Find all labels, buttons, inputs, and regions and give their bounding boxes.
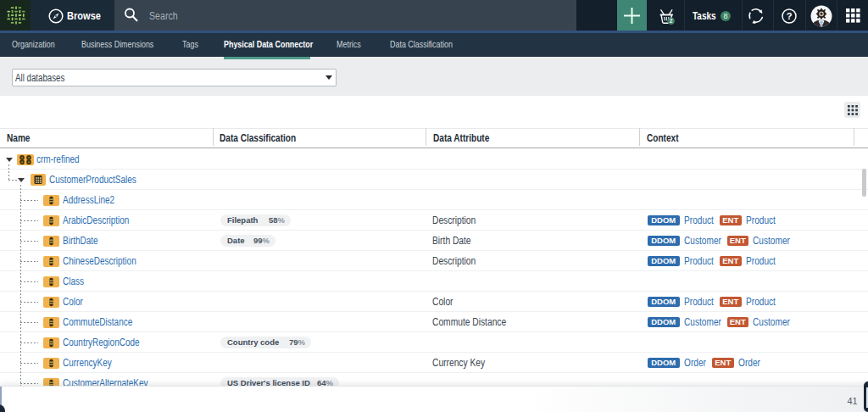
svg-text:?: ? xyxy=(787,11,793,21)
svg-text:2: 2 xyxy=(669,18,672,24)
